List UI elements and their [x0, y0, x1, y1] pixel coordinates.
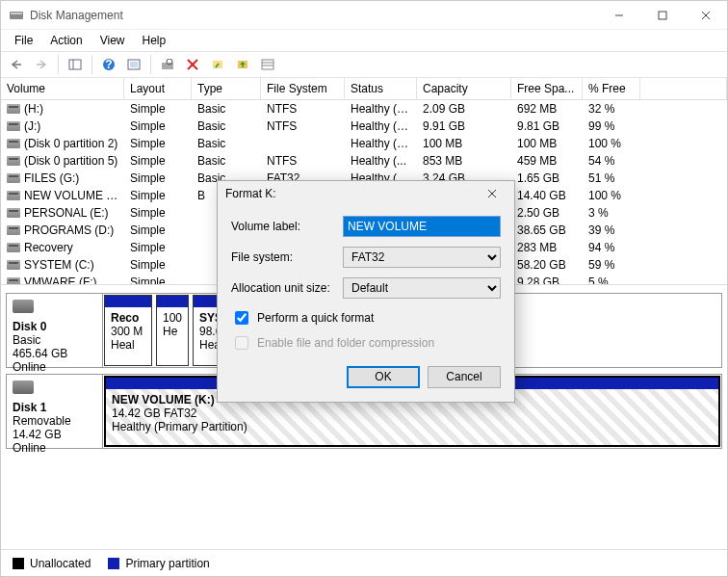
volume-row[interactable]: (J:) SimpleBasicNTFS Healthy (P...9.91 G… [1, 118, 727, 135]
disk-0-status: Online [13, 360, 96, 374]
legend: Unallocated Primary partition [1, 549, 727, 576]
col-volume[interactable]: Volume [1, 78, 124, 99]
forward-button[interactable] [30, 54, 53, 75]
disk-1-header: Disk 1 Removable 14.42 GB Online [7, 375, 103, 448]
action-button[interactable] [206, 54, 229, 75]
volume-icon [7, 225, 20, 235]
partition-size: 14.42 GB FAT32 [112, 407, 713, 420]
disk-icon [13, 300, 34, 313]
col-pctfree[interactable]: % Free [583, 78, 640, 99]
action2-button[interactable] [231, 54, 254, 75]
disk-management-window: Disk Management File Action View Help ? … [0, 0, 728, 577]
menu-file[interactable]: File [7, 32, 40, 49]
close-button[interactable] [684, 1, 727, 29]
properties-button[interactable] [156, 54, 179, 75]
volume-label-label: Volume label: [231, 220, 343, 233]
svg-rect-18 [262, 60, 273, 69]
toolbar: ? [1, 51, 727, 78]
refresh-button[interactable] [122, 54, 145, 75]
show-hide-button[interactable] [64, 54, 87, 75]
volume-icon [7, 156, 20, 166]
disk-0-size: 465.64 GB [13, 347, 96, 360]
window-title: Disk Management [30, 9, 123, 22]
col-filesystem[interactable]: File System [261, 78, 345, 99]
svg-rect-6 [69, 60, 81, 69]
volume-icon [7, 260, 20, 270]
svg-rect-3 [659, 12, 666, 19]
list-button[interactable] [256, 54, 279, 75]
disk-1-status: Online [13, 441, 96, 455]
col-capacity[interactable]: Capacity [417, 78, 511, 99]
quick-format-input[interactable] [235, 311, 248, 325]
maximize-button[interactable] [640, 1, 684, 29]
menu-help[interactable]: Help [135, 32, 174, 49]
col-freespace[interactable]: Free Spa... [511, 78, 583, 99]
back-button[interactable] [5, 54, 28, 75]
volume-icon [7, 139, 20, 148]
col-status[interactable]: Status [345, 78, 417, 99]
menu-view[interactable]: View [92, 32, 133, 49]
allocation-select[interactable]: Default [343, 277, 501, 299]
disk-0-partition[interactable]: Reco300 MHeal [104, 295, 152, 366]
toolbar-separator [150, 55, 151, 74]
volume-icon [7, 208, 20, 218]
cancel-button[interactable]: Cancel [428, 366, 501, 388]
volume-icon [7, 277, 20, 285]
disk-0-partition[interactable]: 100He [156, 295, 189, 366]
format-dialog: Format K: Volume label: File system: FAT… [217, 180, 515, 403]
disk-0-type: Basic [13, 333, 96, 347]
app-icon [9, 8, 24, 23]
volume-label-input[interactable] [343, 216, 501, 237]
col-spacer [640, 78, 727, 99]
legend-primary: Primary partition [108, 557, 209, 570]
disk-icon [13, 380, 34, 394]
partition-status: Healthy (Primary Partition) [112, 420, 713, 433]
menubar: File Action View Help [1, 30, 727, 51]
legend-unallocated: Unallocated [13, 557, 91, 570]
toolbar-separator [91, 55, 92, 74]
disk-0-title: Disk 0 [13, 320, 96, 333]
disk-1-size: 14.42 GB [13, 428, 96, 441]
disk-0-header: Disk 0 Basic 465.64 GB Online [7, 294, 103, 367]
toolbar-separator [58, 55, 59, 74]
minimize-button[interactable] [597, 1, 640, 29]
volume-icon [7, 173, 20, 183]
menu-action[interactable]: Action [42, 32, 90, 49]
dialog-close-button[interactable] [478, 183, 507, 204]
filesystem-label: File system: [231, 250, 343, 264]
disk-1-type: Removable [13, 414, 96, 428]
filesystem-select[interactable]: FAT32 [343, 247, 501, 268]
allocation-label: Allocation unit size: [231, 281, 343, 295]
disk-1-title: Disk 1 [13, 401, 96, 414]
ok-button[interactable]: OK [347, 366, 420, 388]
svg-rect-11 [130, 62, 138, 67]
volume-row[interactable]: (Disk 0 partition 5) SimpleBasicNTFS Hea… [1, 152, 727, 170]
compression-input [235, 336, 248, 350]
col-layout[interactable]: Layout [124, 78, 192, 99]
column-headers: Volume Layout Type File System Status Ca… [1, 78, 727, 100]
volume-row[interactable]: (H:) SimpleBasicNTFS Healthy (P...2.09 G… [1, 100, 727, 118]
quick-format-checkbox[interactable]: Perform a quick format [231, 308, 501, 328]
dialog-title: Format K: [225, 187, 478, 200]
compression-checkbox: Enable file and folder compression [231, 333, 501, 353]
svg-text:?: ? [105, 58, 112, 71]
volume-icon [7, 104, 20, 114]
col-type[interactable]: Type [192, 78, 261, 99]
svg-rect-1 [11, 13, 22, 14]
delete-button[interactable] [181, 54, 204, 75]
volume-icon [7, 243, 20, 252]
volume-row[interactable]: (Disk 0 partition 2) SimpleBasic Healthy… [1, 135, 727, 152]
volume-icon [7, 121, 20, 131]
titlebar: Disk Management [1, 1, 727, 30]
volume-icon [7, 191, 20, 200]
help-button[interactable]: ? [97, 54, 120, 75]
